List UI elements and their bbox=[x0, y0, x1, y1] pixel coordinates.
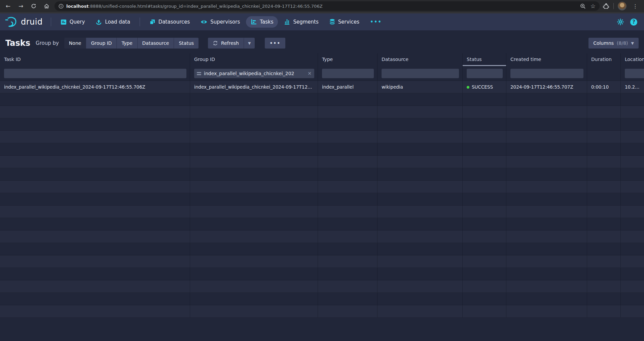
location-filter-input[interactable] bbox=[625, 69, 644, 78]
empty-cell bbox=[318, 193, 378, 205]
empty-cell bbox=[621, 218, 644, 230]
empty-cell bbox=[587, 255, 621, 268]
nav-item-query[interactable]: Query bbox=[56, 16, 90, 28]
profile-avatar[interactable] bbox=[618, 2, 627, 10]
empty-row bbox=[0, 293, 644, 305]
empty-cell bbox=[190, 230, 318, 243]
datasource-filter-input[interactable] bbox=[382, 69, 459, 78]
status-cell[interactable]: SUCCESS bbox=[463, 81, 506, 93]
empty-cell bbox=[587, 131, 621, 143]
browser-menu-icon[interactable]: ⋮ bbox=[631, 1, 640, 11]
group-by-type-button[interactable]: Type bbox=[117, 38, 137, 49]
druid-logo[interactable]: druid bbox=[5, 16, 43, 28]
empty-cell bbox=[463, 106, 506, 118]
created-time-cell[interactable]: 2024-09-17T12:46:55.707Z bbox=[506, 81, 587, 93]
column-header-duration[interactable]: Duration bbox=[587, 53, 621, 66]
nav-label: Datasources bbox=[158, 19, 190, 25]
empty-cell bbox=[587, 193, 621, 205]
type-filter-input[interactable] bbox=[322, 69, 374, 78]
empty-cell bbox=[0, 305, 190, 317]
empty-cell bbox=[190, 193, 318, 205]
site-info-icon[interactable] bbox=[59, 4, 64, 9]
type-cell[interactable]: index_parallel bbox=[318, 81, 378, 93]
location-cell[interactable]: 10.2.1. bbox=[621, 81, 644, 93]
empty-cell bbox=[378, 206, 463, 218]
bookmark-star-icon[interactable]: ☆ bbox=[591, 3, 596, 9]
empty-cell bbox=[621, 93, 644, 105]
extensions-icon[interactable] bbox=[603, 3, 609, 9]
datasource-cell[interactable]: wikipedia bbox=[378, 81, 463, 93]
empty-cell bbox=[506, 255, 587, 268]
empty-cell bbox=[0, 280, 190, 292]
column-header-group-id[interactable]: Group ID bbox=[190, 53, 318, 66]
empty-cell bbox=[0, 118, 190, 130]
column-header-task-id[interactable]: Task ID bbox=[0, 53, 190, 66]
empty-cell bbox=[190, 305, 318, 317]
empty-cell bbox=[587, 206, 621, 218]
columns-button[interactable]: Columns (8/8) ▼ bbox=[588, 38, 639, 49]
empty-row bbox=[0, 106, 644, 118]
zoom-icon[interactable] bbox=[580, 3, 586, 9]
column-header-location[interactable]: Location bbox=[621, 53, 644, 66]
task-id-cell[interactable]: index_parallel_wikipedia_chicnkei_2024-0… bbox=[0, 81, 190, 93]
duration-cell[interactable]: 0:00:10 bbox=[587, 81, 621, 93]
empty-row bbox=[0, 181, 644, 193]
nav-item-segments[interactable]: Segments bbox=[279, 16, 323, 28]
column-header-created-time[interactable]: Created time bbox=[506, 53, 587, 66]
settings-gear-icon[interactable] bbox=[617, 18, 624, 26]
empty-cell bbox=[190, 255, 318, 268]
refresh-label: Refresh bbox=[221, 40, 239, 46]
nav-more-button[interactable]: ••• bbox=[365, 16, 387, 28]
group-by-none-button[interactable]: None bbox=[64, 38, 86, 49]
empty-cell bbox=[190, 143, 318, 155]
empty-cell bbox=[621, 280, 644, 292]
column-header-type[interactable]: Type bbox=[318, 53, 378, 66]
empty-cell bbox=[378, 255, 463, 268]
empty-cell bbox=[621, 268, 644, 280]
nav-item-datasources[interactable]: Datasources bbox=[145, 16, 194, 28]
url-bar[interactable]: localhost:8888/unified-console.html#task… bbox=[55, 1, 600, 11]
empty-cell bbox=[463, 268, 506, 280]
group-id-cell[interactable]: index_parallel_wikipedia_chicnkei_2024-0… bbox=[190, 81, 318, 93]
datasources-icon bbox=[149, 19, 155, 25]
group-by-label: Group by bbox=[36, 40, 59, 46]
empty-row bbox=[0, 93, 644, 106]
reload-icon[interactable] bbox=[29, 1, 38, 11]
column-header-datasource[interactable]: Datasource bbox=[378, 53, 463, 66]
empty-cell bbox=[378, 131, 463, 143]
refresh-button[interactable]: Refresh bbox=[208, 38, 244, 49]
created-time-filter-input[interactable] bbox=[510, 69, 583, 78]
refresh-interval-dropdown[interactable]: ▼ bbox=[244, 38, 255, 49]
empty-cell bbox=[621, 131, 644, 143]
empty-cell bbox=[318, 106, 378, 118]
back-icon[interactable]: ← bbox=[3, 1, 13, 11]
task-row[interactable]: index_parallel_wikipedia_chicnkei_2024-0… bbox=[0, 81, 644, 93]
group-by-group-id-button[interactable]: Group ID bbox=[86, 38, 117, 49]
help-icon[interactable]: ? bbox=[630, 19, 637, 26]
home-icon[interactable] bbox=[42, 1, 51, 11]
empty-cell bbox=[318, 268, 378, 280]
empty-cell bbox=[506, 118, 587, 130]
empty-cell bbox=[190, 218, 318, 230]
nav-item-supervisors[interactable]: Supervisors bbox=[196, 16, 245, 28]
empty-row bbox=[0, 243, 644, 255]
group-by-status-button[interactable]: Status bbox=[174, 38, 199, 49]
empty-cell bbox=[506, 131, 587, 143]
refresh-icon bbox=[213, 40, 218, 46]
empty-cell bbox=[378, 143, 463, 155]
nav-item-services[interactable]: Services bbox=[325, 16, 364, 28]
column-header-status[interactable]: Status bbox=[463, 53, 506, 66]
status-filter-input[interactable] bbox=[467, 69, 503, 78]
forward-icon[interactable]: → bbox=[16, 1, 26, 11]
empty-cell bbox=[463, 143, 506, 155]
toolbar-separator bbox=[613, 3, 614, 9]
task-id-filter-input[interactable] bbox=[4, 69, 186, 78]
clear-filter-icon[interactable]: ✕ bbox=[308, 71, 312, 76]
group-by-datasource-button[interactable]: Datasource bbox=[138, 38, 174, 49]
more-actions-button[interactable]: ••• bbox=[265, 38, 285, 49]
group-id-filter-input[interactable]: index_parallel_wikipedia_chicnkei_202 ✕ bbox=[194, 69, 314, 78]
nav-item-tasks[interactable]: Tasks bbox=[246, 16, 278, 28]
empty-cell bbox=[318, 131, 378, 143]
nav-item-load-data[interactable]: Load data bbox=[91, 16, 135, 28]
empty-cell bbox=[190, 93, 318, 105]
